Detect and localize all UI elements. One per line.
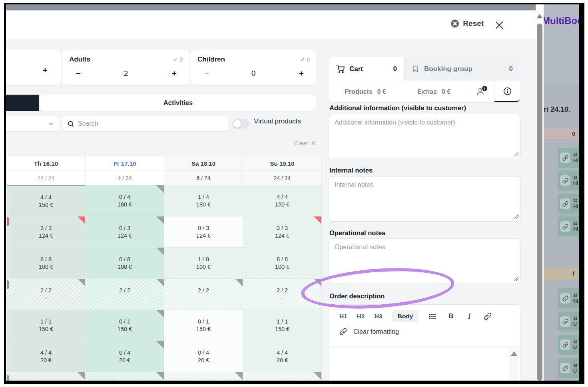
category-select[interactable] <box>6 116 59 132</box>
list-icon[interactable] <box>428 312 437 321</box>
children-selected: ✓0 <box>300 56 310 63</box>
tab-booking-group[interactable]: Booking group 0 <box>405 57 520 81</box>
tab-cart[interactable]: Cart 0 <box>329 57 405 81</box>
clear-filters-link[interactable]: Clear✕ <box>262 139 316 147</box>
cell-price: 124 € <box>118 232 132 239</box>
h2-button[interactable]: H2 <box>357 313 365 320</box>
cell-availability: 0 / 3 <box>198 225 209 231</box>
calendar-cell[interactable]: 1 / 8100 € <box>164 248 243 279</box>
reset-label: Reset <box>463 19 484 28</box>
cell-availability: 0 / 1 <box>119 318 130 325</box>
calendar-day-header[interactable]: Th 16.10 <box>7 157 86 171</box>
calendar-cell[interactable]: 0 / 1150 € <box>164 310 243 341</box>
calendar-cell[interactable]: 2 / 2- <box>7 279 86 310</box>
restriction-corner-icon <box>314 216 321 224</box>
virtual-products-toggle[interactable] <box>232 119 249 129</box>
order-description-content[interactable] <box>329 347 520 381</box>
h1-button[interactable]: H1 <box>339 313 347 320</box>
calendar-cell[interactable]: 0 / 420 € <box>86 341 164 372</box>
edge-corner-mark <box>7 375 9 381</box>
adults-increment-button[interactable]: + <box>168 67 180 79</box>
calendar-cell[interactable]: 4 / 4150 € <box>243 185 322 216</box>
availability-calendar: Th 16.10Fr 17.10Sa 18.10Su 19.10 24 / 24… <box>7 157 323 381</box>
clear-x-icon: ✕ <box>311 140 316 147</box>
calendar-day-availability: 24 / 24 <box>243 171 322 185</box>
calendar-day-header[interactable]: Su 19.10 <box>243 157 322 171</box>
scroll-up-icon <box>511 351 517 356</box>
increment-button[interactable]: + <box>39 64 51 76</box>
link-icon <box>560 293 570 304</box>
calendar-cell[interactable]: 2 / 2- <box>86 279 164 310</box>
calendar-day-header[interactable]: Fr 17.10 <box>86 157 164 171</box>
children-decrement-button[interactable]: − <box>201 67 213 79</box>
modal-scrollbar[interactable] <box>536 4 544 381</box>
calendar-cell[interactable]: 4 / 420 € <box>7 341 86 372</box>
cart-icon <box>336 65 345 73</box>
cell-price: - <box>203 295 205 301</box>
tab-products[interactable]: Products0 € <box>329 81 402 102</box>
calendar-day-availability: 4 / 24 <box>86 171 164 185</box>
link-icon <box>560 153 570 163</box>
clear-formatting-button[interactable]: Clear formatting <box>329 325 520 339</box>
calendar-cell[interactable]: 0 / 4180 € <box>86 185 164 216</box>
tab-activities[interactable]: Activities <box>40 95 316 111</box>
adults-decrement-button[interactable]: − <box>72 67 84 79</box>
cell-availability: 1 / 1 <box>277 318 288 325</box>
calendar-cell[interactable]: 1 / 1150 € <box>7 310 86 341</box>
internal-notes-textarea[interactable] <box>329 176 520 222</box>
modal-header: Reset <box>6 11 536 39</box>
note-corner-icon <box>314 372 321 380</box>
calendar-cell[interactable]: 3 / 3124 € <box>7 216 86 248</box>
cell-price: 150 € <box>118 326 132 332</box>
body-style-button[interactable]: Body <box>392 310 419 322</box>
calendar-cell[interactable]: 3 / 3124 € <box>243 216 322 248</box>
calendar-cell[interactable]: 0 / 8100 € <box>86 248 164 279</box>
calendar-cell[interactable]: 0 / 3124 € <box>164 216 243 248</box>
bold-button[interactable]: B <box>446 312 455 321</box>
additional-info-textarea[interactable] <box>329 114 520 159</box>
children-increment-button[interactable]: + <box>295 67 307 79</box>
h3-button[interactable]: H3 <box>375 313 383 320</box>
editor-scrollbar[interactable] <box>509 349 519 381</box>
window-frame: Reset + Adults ✓0 − <box>4 3 584 384</box>
cell-availability: 1 / 1 <box>40 318 52 325</box>
note-corner-icon <box>78 372 85 380</box>
cell-price: 20 € <box>277 357 288 363</box>
calendar-cell[interactable]: 1 / 1 <box>243 372 322 381</box>
link-icon[interactable] <box>483 312 492 321</box>
italic-button[interactable]: I <box>465 312 474 321</box>
scrollbar-thumb[interactable] <box>537 24 542 381</box>
calendar-cell[interactable]: 2 / 2- <box>164 279 243 310</box>
calendar-cell[interactable]: 1 / 1 <box>86 372 164 381</box>
calendar-cell[interactable]: 0 / 1150 € <box>86 310 164 341</box>
calendar-cell[interactable]: 4 / 420 € <box>243 341 322 372</box>
tab-info[interactable] <box>494 81 520 102</box>
calendar-cell[interactable]: 1 / 1150 € <box>243 310 322 341</box>
note-corner-icon <box>314 279 321 286</box>
tab-extras[interactable]: Extras0 € <box>402 81 466 102</box>
operational-notes-textarea[interactable] <box>329 238 520 284</box>
cell-price: 100 € <box>118 264 132 270</box>
calendar-cell[interactable]: 0 / 420 € <box>164 341 243 372</box>
background-count-row: 0 <box>544 129 579 139</box>
tab-customer[interactable]: ! <box>466 81 494 102</box>
calendar-cell[interactable]: 1 / 4180 € <box>164 185 243 216</box>
tab-accommodations-partial[interactable] <box>6 95 39 111</box>
calendar-day-header[interactable]: Sa 18.10 <box>164 157 243 171</box>
calendar-cell[interactable]: 2 / 2- <box>243 279 322 310</box>
search-input[interactable] <box>78 120 223 127</box>
calendar-cell[interactable]: 8 / 8100 € <box>243 248 322 279</box>
background-page: MultiBook ri 24.10. 0 T NHiNHiNHiNHiNHiH… <box>544 4 579 381</box>
operational-notes-field-wrap <box>329 238 520 284</box>
calendar-cell[interactable]: 1 / 1 <box>164 372 243 381</box>
close-icon[interactable] <box>494 20 504 30</box>
calendar-cell[interactable]: 8 / 8100 € <box>7 248 86 279</box>
calendar-cell[interactable]: 1 / 1 <box>7 372 86 381</box>
cell-price: 100 € <box>275 264 289 270</box>
edge-corner-mark <box>7 217 9 226</box>
reset-button[interactable]: Reset <box>450 19 484 28</box>
people-icon <box>573 153 578 157</box>
note-corner-icon <box>235 372 243 380</box>
calendar-cell[interactable]: 0 / 3124 € <box>86 216 164 248</box>
calendar-cell[interactable]: 4 / 4150 € <box>7 185 86 216</box>
